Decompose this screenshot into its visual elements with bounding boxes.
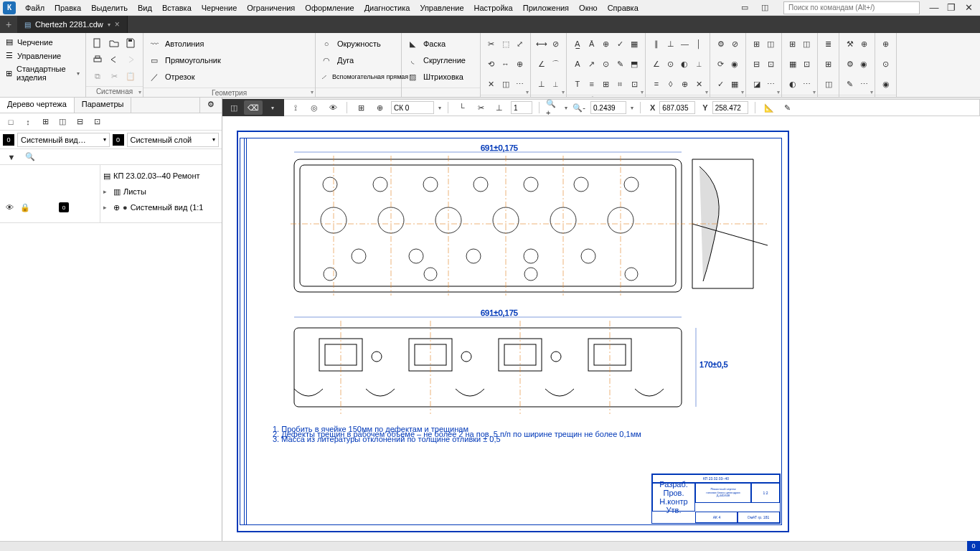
tool-icon[interactable]: ⚙ — [844, 57, 857, 71]
tool-icon[interactable]: ⟂ — [692, 57, 705, 71]
command-search-input[interactable] — [783, 1, 920, 14]
hatch-button[interactable]: Штриховка — [423, 72, 463, 81]
tool-icon[interactable]: T — [571, 77, 584, 91]
tool-icon[interactable]: ⟳ — [715, 57, 727, 71]
tool-icon[interactable]: ⬒ — [628, 57, 641, 71]
view-selector[interactable]: Системный вид…▾ — [17, 133, 110, 147]
menu-constraints[interactable]: Ограничения — [242, 2, 300, 14]
layer-selector[interactable]: Системный слой▾ — [127, 133, 220, 147]
tool-icon[interactable]: ✕ — [485, 77, 498, 91]
copy-button[interactable]: ⧉ — [90, 69, 105, 83]
fillet-icon[interactable]: ◟ — [406, 54, 419, 67]
menu-edit[interactable]: Правка — [50, 2, 86, 14]
tree-tool-icon[interactable]: ⊟ — [73, 116, 86, 128]
tool-icon[interactable]: ⊥ — [535, 77, 548, 91]
tool-icon[interactable]: Ā — [585, 37, 598, 51]
tree-tool-icon[interactable]: ⊞ — [39, 116, 52, 128]
tool-icon[interactable]: ✓ — [613, 37, 626, 51]
zoom-out-icon[interactable]: 🔍- — [572, 100, 586, 115]
rect-button[interactable]: Прямоугольник — [165, 56, 221, 65]
tool-icon[interactable]: ◐ — [679, 57, 692, 71]
tool-icon[interactable]: ⚙ — [715, 37, 727, 51]
panel-tab-params[interactable]: Параметры — [75, 98, 132, 113]
caret-right-icon[interactable]: ▸ — [103, 204, 110, 211]
chamfer-icon[interactable]: ◣ — [406, 37, 419, 50]
zoom-in-icon[interactable]: 🔍+ — [546, 100, 560, 115]
tool-icon[interactable]: ⟂ — [550, 77, 562, 91]
menu-select[interactable]: Выделить — [86, 2, 133, 14]
tool-icon[interactable]: ⋯ — [858, 77, 871, 91]
tool-icon[interactable]: ∠ — [650, 57, 663, 71]
layout-single-icon[interactable]: ▭ — [738, 1, 752, 15]
ortho-icon[interactable]: └ — [455, 100, 469, 115]
tree-tool-icon[interactable]: ◫ — [56, 116, 69, 128]
tool-icon[interactable]: ◉ — [729, 57, 742, 71]
mode-management[interactable]: ☰ Управление — [4, 50, 81, 62]
tool-icon[interactable]: ⌗ — [613, 77, 626, 91]
hatch-icon[interactable]: ▨ — [406, 70, 419, 83]
tool-icon[interactable]: ⊘ — [550, 37, 562, 51]
tool-icon[interactable]: ↔ — [499, 57, 512, 71]
window-restore-button[interactable]: ❐ — [943, 2, 960, 13]
mode-drawing[interactable]: ▤ Черчение — [4, 36, 81, 48]
coordinate-system-field[interactable] — [391, 101, 434, 114]
tool-icon[interactable]: ⋯ — [765, 77, 778, 91]
arc-button[interactable]: Дуга — [337, 56, 354, 65]
snap-icon[interactable]: 👁 — [326, 100, 340, 115]
menu-diagnostics[interactable]: Диагностика — [359, 2, 415, 14]
segment-button[interactable]: Отрезок — [165, 72, 194, 81]
chevron-down-icon[interactable]: ▾ — [438, 105, 441, 111]
print-button[interactable] — [90, 52, 105, 67]
tree-tool-icon[interactable]: ↕ — [22, 116, 34, 128]
menu-settings[interactable]: Настройка — [469, 2, 518, 14]
paste-button[interactable]: 📋 — [123, 69, 138, 83]
tool-icon[interactable]: ◊ — [664, 77, 677, 91]
tree-sheets[interactable]: ▸ ▥ Листы — [100, 184, 222, 199]
tool-icon[interactable]: ⊡ — [765, 57, 778, 71]
visibility-icon[interactable]: 👁 — [3, 201, 16, 214]
y-coord-field[interactable] — [712, 101, 748, 114]
new-doc-button[interactable] — [90, 36, 105, 50]
tree-root[interactable]: ▤ КП 23.02.03--40 Ремонт — [100, 168, 222, 184]
zoom-field[interactable] — [590, 101, 626, 114]
tree-tool-icon[interactable]: □ — [4, 116, 17, 128]
tool-icon[interactable]: ◫ — [499, 77, 512, 91]
layout-split-icon[interactable]: ◫ — [758, 1, 772, 15]
group-expand-icon[interactable]: ▾ — [138, 89, 141, 95]
tool-icon[interactable]: ✎ — [844, 77, 857, 91]
tool-icon[interactable]: ⊘ — [729, 37, 742, 51]
fillet-button[interactable]: Скругление — [423, 56, 466, 65]
auxline-icon[interactable]: ⟋ — [320, 70, 328, 83]
tool-icon[interactable]: ⟷ — [535, 37, 548, 51]
tool-icon[interactable]: ⊙ — [880, 57, 892, 71]
window-close-button[interactable]: ✕ — [960, 2, 977, 13]
tool-icon[interactable]: ⊡ — [801, 57, 814, 71]
circle-button[interactable]: Окружность — [337, 39, 381, 48]
tool-icon[interactable]: ◫ — [765, 37, 778, 51]
panel-settings-button[interactable]: ⚙ — [199, 98, 222, 113]
mode-stdparts[interactable]: ⊞ Стандартные изделия ▾ — [4, 63, 81, 83]
tool-icon[interactable]: ⊟ — [750, 57, 763, 71]
tool-icon[interactable]: A̲ — [571, 37, 584, 51]
tab-close-button[interactable]: × — [115, 19, 120, 29]
open-button[interactable] — [107, 36, 121, 50]
cs-icon[interactable]: ⊕ — [372, 100, 387, 115]
tab-dropdown-icon[interactable]: ▾ — [108, 22, 110, 28]
menu-layout[interactable]: Оформление — [300, 2, 359, 14]
undo-button[interactable] — [107, 52, 121, 67]
tool-icon[interactable]: ⊥ — [664, 37, 677, 51]
filter-icon[interactable]: ▼ — [4, 150, 19, 164]
tool-icon[interactable]: ▦ — [729, 77, 742, 91]
tool-icon[interactable]: ⊞ — [600, 77, 613, 91]
drawing-canvas[interactable]: 691±0,175 691±0,175 170±0,5 1. Пробить в… — [222, 116, 980, 541]
search-icon[interactable]: 🔍 — [23, 150, 37, 164]
tool-icon[interactable]: = — [650, 77, 663, 91]
tool-icon[interactable]: ◫ — [801, 37, 814, 51]
tool-icon[interactable]: ◉ — [858, 57, 871, 71]
tree-system-view[interactable]: ▸ ⊕ ● Системный вид (1:1 — [100, 199, 222, 215]
tool-icon[interactable]: ⊞ — [822, 57, 834, 71]
snap-icon[interactable]: ◎ — [307, 100, 321, 115]
menu-apps[interactable]: Приложения — [518, 2, 574, 14]
window-minimize-button[interactable]: — — [925, 2, 943, 13]
tool-icon[interactable]: ▦ — [628, 37, 641, 51]
